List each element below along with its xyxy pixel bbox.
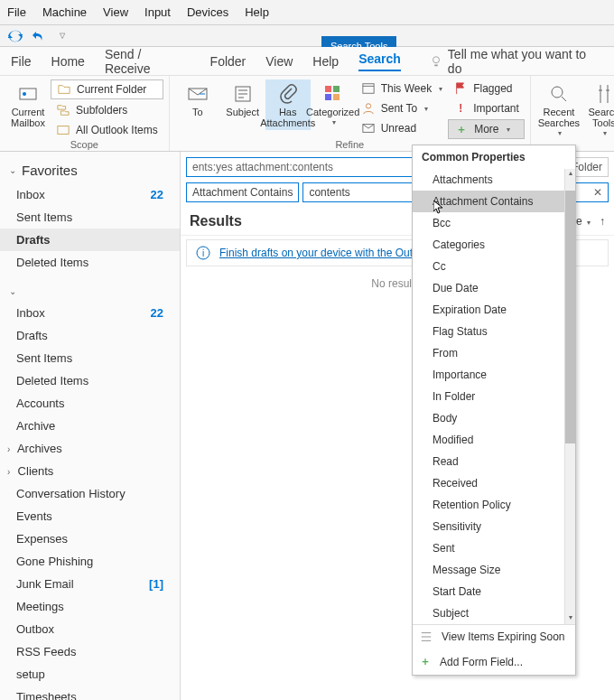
dropdown-item[interactable]: Flag Status (413, 321, 575, 342)
categorized-button[interactable]: Categorized ▾ (311, 79, 356, 130)
folder-item[interactable]: › Archives (0, 437, 180, 460)
folder-item[interactable]: Gone Phishing (0, 550, 180, 573)
qat-dropdown-icon[interactable]: ▽ (54, 28, 70, 44)
dropdown-item[interactable]: Start Date (413, 581, 575, 602)
tell-me[interactable]: Tell me what you want to do (430, 47, 603, 76)
os-menu-view[interactable]: View (103, 5, 128, 19)
dropdown-item[interactable]: Attachments (413, 169, 575, 191)
dropdown-item[interactable]: In Folder (413, 386, 575, 407)
favorite-item[interactable]: Inbox22 (0, 183, 180, 206)
tab-home[interactable]: Home (51, 54, 85, 69)
folder-name: Drafts (16, 233, 51, 247)
scroll-thumb[interactable] (565, 191, 575, 443)
dropdown-item[interactable]: Expiration Date (413, 299, 575, 321)
dropdown-item[interactable]: Sent (413, 537, 575, 559)
to-label: To (192, 107, 203, 117)
dropdown-item[interactable]: Categories (413, 234, 575, 256)
dropdown-item[interactable]: Bcc (413, 212, 575, 234)
folder-item[interactable]: Timesheets (0, 686, 180, 700)
all-outlook-items-button[interactable]: All Outlook Items (51, 121, 163, 139)
folder-item[interactable]: Drafts (0, 324, 180, 347)
folder-item[interactable]: Events (0, 505, 180, 527)
tab-search[interactable]: Search (358, 51, 401, 71)
tab-file[interactable]: File (11, 54, 32, 69)
os-menu-machine[interactable]: Machine (42, 5, 87, 19)
mailbox-header[interactable]: ⌄ (0, 281, 180, 302)
dropdown-item[interactable]: Message Size (413, 559, 575, 581)
dropdown-item[interactable]: Cc (413, 256, 575, 277)
more-button[interactable]: ＋ More ▾ (448, 119, 525, 139)
current-mailbox-button[interactable]: Current Mailbox (5, 79, 51, 130)
folder-count: 22 (151, 188, 163, 201)
os-menu-help[interactable]: Help (245, 5, 269, 19)
add-form-field-button[interactable]: ＋ Add Form Field... (413, 649, 575, 675)
subject-button[interactable]: Subject (220, 79, 265, 119)
sort-direction-button[interactable]: ↑ (600, 215, 605, 228)
folder-item[interactable]: Conversation History (0, 482, 180, 505)
search-tools-button[interactable]: Search Tools ▾ (581, 79, 614, 141)
subfolders-button[interactable]: Subfolders (51, 101, 163, 119)
svg-point-2 (23, 92, 26, 96)
dropdown-item[interactable]: Sensitivity (413, 516, 575, 537)
folder-item[interactable]: Meetings (0, 595, 180, 618)
dropdown-item[interactable]: Received (413, 472, 575, 494)
chevron-down-icon: ⌄ (9, 165, 18, 175)
dropdown-item[interactable]: Subject (413, 602, 575, 624)
sync-icon[interactable] (7, 28, 23, 44)
dropdown-scrollbar[interactable]: ▴ ▾ (564, 169, 575, 624)
tab-help[interactable]: Help (312, 54, 339, 69)
folder-item[interactable]: Accounts (0, 392, 180, 415)
dropdown-item[interactable]: Read (413, 451, 575, 472)
unread-button[interactable]: Unread (356, 119, 448, 137)
folder-item[interactable]: Expenses (0, 527, 180, 550)
folder-item[interactable]: Junk Email[1] (0, 573, 180, 595)
folder-name: › Clients (7, 464, 53, 478)
folder-item[interactable]: Inbox22 (0, 302, 180, 324)
folder-item[interactable]: › Clients (0, 460, 180, 482)
folder-name: Conversation History (16, 487, 126, 500)
favorites-header[interactable]: ⌄ Favorites (0, 157, 180, 183)
os-menu-input[interactable]: Input (144, 5, 171, 19)
dropdown-item[interactable]: Retention Policy (413, 494, 575, 516)
favorite-item[interactable]: Drafts (0, 229, 180, 251)
important-button[interactable]: ! Important (448, 99, 525, 117)
chevron-down-icon: ▾ (439, 85, 442, 93)
scroll-up-icon[interactable]: ▴ (565, 169, 575, 180)
os-menu-devices[interactable]: Devices (187, 5, 228, 19)
tab-send-receive[interactable]: Send / Receive (105, 47, 191, 76)
folder-item[interactable]: Deleted Items (0, 369, 180, 392)
folder-item[interactable]: Outbox (0, 618, 180, 640)
current-folder-label: Current Folder (77, 83, 146, 96)
this-week-button[interactable]: This Week ▾ (356, 79, 448, 98)
tools-icon (591, 81, 614, 107)
recent-searches-button[interactable]: Recent Searches ▾ (536, 79, 581, 141)
view-expiring-button[interactable]: View Items Expiring Soon (413, 625, 575, 649)
dropdown-item[interactable]: From (413, 342, 575, 364)
chevron-down-icon: ▾ (587, 219, 591, 227)
to-button[interactable]: To (175, 79, 220, 119)
folder-name: Deleted Items (16, 256, 88, 269)
dropdown-item[interactable]: Importance (413, 364, 575, 386)
sent-to-button[interactable]: Sent To ▾ (356, 99, 448, 117)
has-attachments-button[interactable]: Has Attachments (265, 79, 311, 130)
tab-view[interactable]: View (265, 54, 293, 69)
clear-filter-icon[interactable]: ✕ (593, 186, 602, 199)
dropdown-item[interactable]: Due Date (413, 277, 575, 299)
undo-icon[interactable] (31, 28, 47, 44)
favorite-item[interactable]: Deleted Items (0, 251, 180, 274)
tab-folder[interactable]: Folder (210, 54, 247, 69)
os-menu-file[interactable]: File (7, 5, 26, 19)
flagged-button[interactable]: Flagged (448, 79, 525, 98)
folder-name: Archive (16, 419, 55, 433)
favorite-item[interactable]: Sent Items (0, 206, 180, 229)
folder-item[interactable]: RSS Feeds (0, 640, 180, 663)
folder-name: Events (16, 509, 52, 523)
folder-item[interactable]: Archive (0, 415, 180, 437)
dropdown-item[interactable]: Modified (413, 429, 575, 451)
dropdown-item[interactable]: Body (413, 407, 575, 429)
folder-item[interactable]: Sent Items (0, 347, 180, 369)
folder-name: › Archives (7, 442, 62, 455)
scroll-down-icon[interactable]: ▾ (565, 613, 575, 624)
folder-item[interactable]: setup (0, 663, 180, 686)
current-folder-button[interactable]: Current Folder (51, 79, 163, 99)
